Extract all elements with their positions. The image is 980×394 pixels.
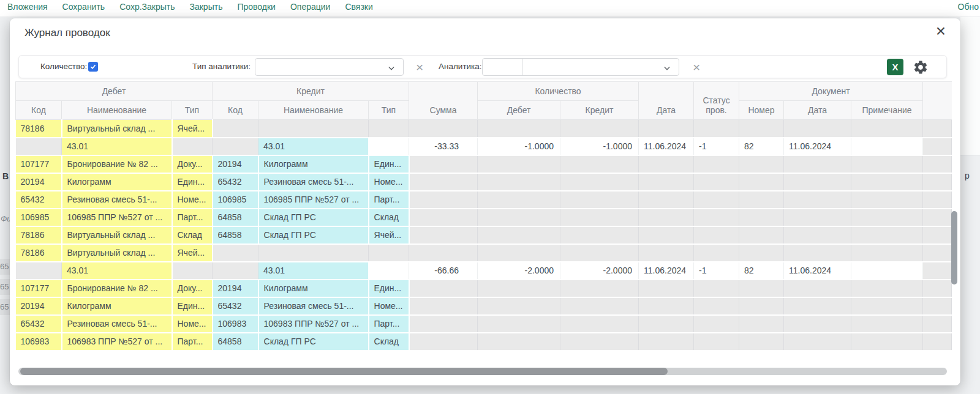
cell-c_code[interactable]: 64858: [213, 226, 258, 244]
cell-status[interactable]: [694, 209, 739, 226]
cell-note[interactable]: [851, 297, 923, 315]
cell-status[interactable]: [694, 280, 739, 297]
cell-d_code[interactable]: 20194: [16, 297, 62, 315]
cell-sum[interactable]: -66.66: [409, 262, 478, 280]
cell-date[interactable]: [639, 280, 694, 297]
cell-date[interactable]: 11.06.2024: [639, 138, 694, 155]
cell-qty_d[interactable]: -1.0000: [478, 138, 560, 155]
cell-sum[interactable]: [409, 226, 478, 244]
cell-c_code[interactable]: 64858: [213, 333, 258, 351]
cell-c_name[interactable]: 43.01: [258, 262, 369, 280]
analytics-select[interactable]: [482, 58, 679, 76]
cell-filler[interactable]: [923, 244, 952, 262]
cell-sum[interactable]: [409, 315, 478, 333]
cell-doc_date[interactable]: 11.06.2024: [784, 138, 851, 155]
cell-doc_num[interactable]: [739, 209, 784, 226]
excel-export-button[interactable]: X: [887, 59, 903, 75]
cell-date[interactable]: [639, 333, 694, 351]
cell-qty_c[interactable]: [560, 244, 639, 262]
cell-qty_d[interactable]: [478, 191, 560, 209]
gear-icon[interactable]: [913, 59, 929, 75]
cell-d_code[interactable]: 106985: [16, 209, 62, 226]
menu-item[interactable]: Проводки: [237, 2, 276, 12]
cell-c_code[interactable]: 106983: [213, 315, 258, 333]
cell-c_code[interactable]: 65432: [213, 173, 258, 191]
menu-item-refresh-cut[interactable]: Обно: [958, 2, 979, 12]
cell-note[interactable]: [851, 244, 923, 262]
cell-d_name[interactable]: Килограмм: [62, 173, 172, 191]
table-row[interactable]: 78186Виртуальный склад ...Ячей...: [16, 120, 952, 138]
cell-qty_d[interactable]: [478, 155, 560, 173]
cell-doc_date[interactable]: 11.06.2024: [784, 262, 851, 280]
cell-qty_c[interactable]: [560, 173, 639, 191]
cell-sum[interactable]: [409, 333, 478, 351]
cell-c_name[interactable]: Резиновая смесь 51-...: [258, 173, 369, 191]
cell-c_name[interactable]: 106983 ППР №527 от ...: [258, 315, 369, 333]
cell-d_name[interactable]: 106983 ППР №527 от ...: [62, 333, 172, 351]
table-row[interactable]: 107177Бронирование № 82 ...Доку...20194К…: [16, 280, 952, 297]
cell-c_name[interactable]: Склад ГП РС: [258, 226, 369, 244]
cell-d_name[interactable]: Виртуальный склад ...: [62, 244, 172, 262]
cell-d_type[interactable]: Един...: [172, 173, 213, 191]
menu-item[interactable]: Сохранить: [62, 2, 105, 12]
cell-note[interactable]: [851, 138, 923, 155]
cell-doc_num[interactable]: [739, 280, 784, 297]
cell-note[interactable]: [851, 120, 923, 138]
cell-filler[interactable]: [923, 297, 952, 315]
cell-d_code[interactable]: 107177: [16, 155, 62, 173]
cell-status[interactable]: [694, 120, 739, 138]
cell-c_code[interactable]: 65432: [213, 297, 258, 315]
cell-c_type[interactable]: [369, 138, 409, 155]
cell-date[interactable]: [639, 209, 694, 226]
cell-c_type[interactable]: Склад: [369, 209, 409, 226]
cell-c_type[interactable]: Един...: [369, 155, 409, 173]
cell-d_name[interactable]: Виртуальный склад ...: [62, 120, 172, 138]
cell-doc_num[interactable]: [739, 173, 784, 191]
cell-doc_num[interactable]: [739, 120, 784, 138]
vertical-scrollbar-thumb[interactable]: [951, 211, 957, 284]
cell-qty_d[interactable]: [478, 280, 560, 297]
cell-doc_num[interactable]: 82: [739, 138, 784, 155]
cell-d_type[interactable]: Доку...: [172, 155, 213, 173]
cell-note[interactable]: [851, 226, 923, 244]
cell-c_type[interactable]: [369, 244, 409, 262]
cell-sum[interactable]: [409, 297, 478, 315]
table-row[interactable]: 78186Виртуальный склад ...Ячей...: [16, 244, 952, 262]
cell-qty_d[interactable]: [478, 173, 560, 191]
cell-note[interactable]: [851, 280, 923, 297]
cell-filler[interactable]: [923, 209, 952, 226]
cell-c_name[interactable]: Килограмм: [258, 280, 369, 297]
cell-c_type[interactable]: Склад: [369, 333, 409, 351]
cell-d_type[interactable]: Склад: [172, 226, 213, 244]
cell-c_name[interactable]: 43.01: [258, 138, 369, 155]
cell-status[interactable]: [694, 244, 739, 262]
cell-c_name[interactable]: 106985 ППР №527 от ...: [258, 191, 369, 209]
cell-sum[interactable]: [409, 120, 478, 138]
cell-c_code[interactable]: [213, 120, 258, 138]
cell-c_type[interactable]: [369, 120, 409, 138]
cell-qty_d[interactable]: [478, 315, 560, 333]
cell-date[interactable]: 11.06.2024: [639, 262, 694, 280]
cell-qty_d[interactable]: -2.0000: [478, 262, 560, 280]
table-row[interactable]: 20194КилограммЕдин...65432Резиновая смес…: [16, 297, 952, 315]
cell-c_code[interactable]: 64858: [213, 209, 258, 226]
cell-filler[interactable]: [923, 226, 952, 244]
cell-d_name[interactable]: Резиновая смесь 51-...: [62, 315, 172, 333]
cell-c_type[interactable]: Номе...: [369, 297, 409, 315]
cell-filler[interactable]: [923, 280, 952, 297]
close-icon[interactable]: ×: [936, 22, 946, 40]
cell-qty_c[interactable]: [560, 155, 639, 173]
table-row[interactable]: 106985106985 ППР №527 от ...Парт...64858…: [16, 209, 952, 226]
cell-doc_num[interactable]: [739, 315, 784, 333]
cell-qty_c[interactable]: [560, 209, 639, 226]
cell-c_code[interactable]: 106985: [213, 191, 258, 209]
cell-note[interactable]: [851, 262, 923, 280]
cell-d_type[interactable]: Един...: [172, 297, 213, 315]
cell-doc_date[interactable]: [784, 226, 851, 244]
cell-sum[interactable]: [409, 244, 478, 262]
cell-filler[interactable]: [923, 173, 952, 191]
table-row[interactable]: 43.0143.01-66.66-2.0000-2.000011.06.2024…: [16, 262, 952, 280]
cell-status[interactable]: [694, 191, 739, 209]
quantity-checkbox[interactable]: [88, 62, 98, 72]
cell-c_name[interactable]: Килограмм: [258, 155, 369, 173]
